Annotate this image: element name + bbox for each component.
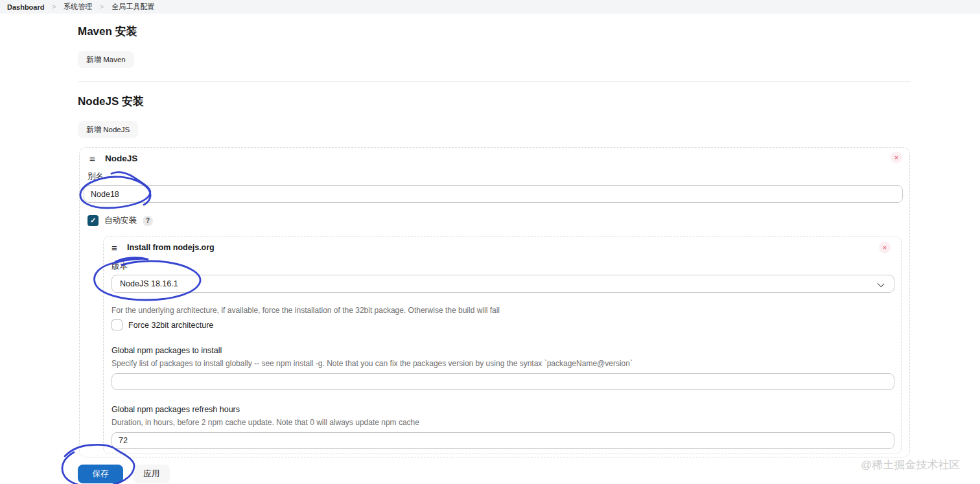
breadcrumb-separator-icon: > <box>100 3 104 10</box>
npm-packages-help-text: Specify list of packages to install glob… <box>111 359 633 368</box>
save-button[interactable]: 保存 <box>78 465 123 483</box>
maven-section-title: Maven 安装 <box>78 24 137 39</box>
alias-label: 别名 <box>88 171 104 182</box>
nodejs-installation-panel: ≡ NodeJS × 别名 ✓ 自动安装 ? ≡ Install from no… <box>79 147 910 457</box>
add-maven-button[interactable]: 新增 Maven <box>78 51 134 68</box>
breadcrumb-global-tool-config[interactable]: 全局工具配置 <box>111 2 154 12</box>
installer-panel: ≡ Install from nodejs.org × 版本 NodeJS 18… <box>103 236 902 454</box>
auto-install-row: ✓ 自动安装 ? <box>88 215 153 226</box>
checkmark-icon: ✓ <box>90 216 96 225</box>
force32-label: Force 32bit architecture <box>128 321 213 330</box>
refresh-hours-label: Global npm packages refresh hours <box>111 405 240 414</box>
help-icon[interactable]: ? <box>143 216 153 226</box>
delete-installer-button[interactable]: × <box>879 242 891 253</box>
breadcrumb-separator-icon: > <box>52 3 56 10</box>
close-icon: × <box>883 244 887 251</box>
chevron-down-icon <box>878 281 885 288</box>
refresh-hours-help-text: Duration, in hours, before 2 npm cache u… <box>111 418 419 427</box>
close-icon: × <box>894 154 898 161</box>
nodejs-section-title: NodeJS 安装 <box>78 94 144 109</box>
version-select[interactable]: NodeJS 18.16.1 <box>111 275 894 293</box>
auto-install-checkbox[interactable]: ✓ <box>88 215 99 226</box>
nodejs-panel-title: NodeJS <box>105 154 137 163</box>
breadcrumb: Dashboard > 系统管理 > 全局工具配置 <box>0 0 980 14</box>
delete-nodejs-button[interactable]: × <box>891 152 902 163</box>
add-nodejs-button[interactable]: 新增 NodeJS <box>78 121 138 138</box>
section-divider <box>78 81 911 82</box>
force32-help-text: For the underlying architecture, if avai… <box>111 306 500 315</box>
alias-input[interactable] <box>84 185 903 203</box>
auto-install-label: 自动安装 <box>104 215 137 226</box>
breadcrumb-system-manage[interactable]: 系统管理 <box>64 2 92 12</box>
apply-button[interactable]: 应用 <box>134 465 170 483</box>
breadcrumb-dashboard[interactable]: Dashboard <box>7 3 44 11</box>
drag-handle-icon[interactable]: ≡ <box>89 154 95 163</box>
drag-handle-icon[interactable]: ≡ <box>111 243 117 253</box>
force32-row: Force 32bit architecture <box>111 319 213 330</box>
version-select-value: NodeJS 18.16.1 <box>120 279 178 288</box>
npm-packages-label: Global npm packages to install <box>111 346 222 355</box>
version-label: 版本 <box>111 261 128 272</box>
watermark: @稀土掘金技术社区 <box>861 457 960 472</box>
npm-packages-input[interactable] <box>111 373 894 390</box>
installer-panel-title: Install from nodejs.org <box>127 243 215 252</box>
force32-checkbox[interactable] <box>111 319 122 330</box>
refresh-hours-input[interactable] <box>111 432 894 449</box>
